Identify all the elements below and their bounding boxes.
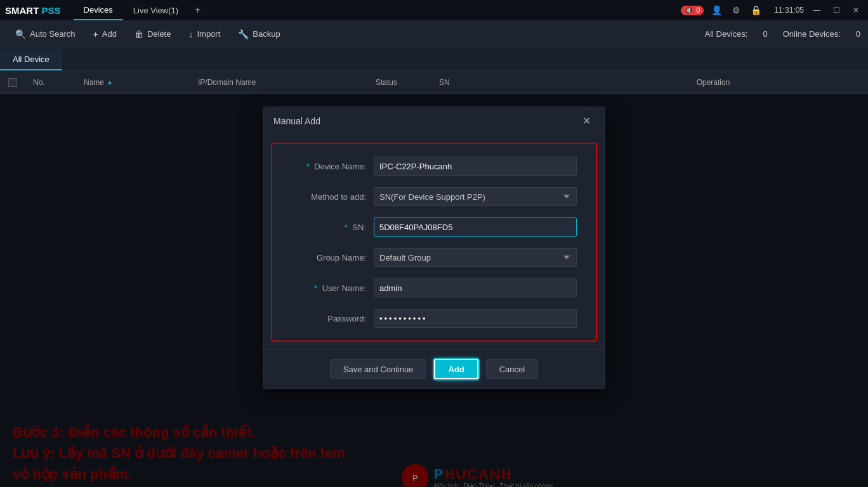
auto-search-button[interactable]: 🔍 Auto Search — [8, 25, 83, 43]
sort-arrow-name: ▲ — [107, 79, 113, 86]
method-row: Method to add: SN(For Device Support P2P… — [291, 187, 577, 206]
group-name-label: Group Name: — [291, 253, 374, 263]
backup-icon: 🔧 — [238, 29, 249, 39]
password-label: Password: — [291, 314, 374, 323]
col-sn: SN — [431, 78, 558, 87]
app-title: SMART PSS — [5, 5, 61, 16]
all-devices-count: 0 — [763, 29, 767, 39]
select-all-checkbox[interactable] — [0, 78, 25, 87]
checkbox-all[interactable] — [8, 78, 17, 87]
password-input[interactable] — [374, 309, 577, 328]
all-devices-label: All Devices: — [705, 29, 748, 39]
col-ip: IP/Domain Name — [190, 78, 317, 87]
device-counts: All Devices: 0 Online Devices: 0 — [705, 29, 860, 39]
speaker-icon: 🔇 — [685, 6, 694, 15]
add-label: Add — [102, 29, 117, 39]
time-display: 11:31:05 — [774, 6, 804, 15]
plus-icon: + — [93, 29, 98, 39]
maximize-button[interactable]: ☐ — [829, 4, 844, 16]
nav-tab-devices[interactable]: Devices — [74, 0, 123, 20]
table-header: No. Name ▲ IP/Domain Name Status SN Oper… — [0, 71, 868, 94]
nav-tab-liveview[interactable]: Live View(1) — [123, 0, 188, 20]
notification-badge[interactable]: 🔇 0 — [681, 6, 704, 15]
backup-button[interactable]: 🔧 Backup — [230, 25, 287, 43]
close-button[interactable]: ✕ — [849, 4, 863, 16]
notification-count: 0 — [696, 6, 700, 14]
titlebar-left: SMART PSS Devices Live View(1) + — [5, 0, 207, 20]
required-marker-user: * — [314, 283, 317, 293]
modal-close-button[interactable]: ✕ — [579, 114, 595, 128]
tab-all-device[interactable]: All Device — [0, 49, 62, 70]
backup-label: Backup — [253, 29, 280, 39]
username-label: * User Name: — [291, 283, 374, 293]
online-devices-label: Online Devices: — [783, 29, 841, 39]
import-label: Import — [197, 29, 220, 39]
modal-form-area: * Device Name: Method to add: SN(For Dev… — [271, 143, 597, 342]
shield-icon[interactable]: 🔒 — [748, 4, 764, 16]
toolbar: 🔍 Auto Search + Add 🗑 Delete ↓ Import 🔧 … — [0, 20, 868, 48]
settings-icon[interactable]: ⚙ — [730, 4, 743, 16]
col-status: Status — [368, 78, 431, 87]
device-name-row: * Device Name: — [291, 157, 577, 176]
titlebar-right: 🔇 0 👤 ⚙ 🔒 11:31:05 — ☐ ✕ — [681, 4, 863, 16]
delete-button[interactable]: 🗑 Delete — [127, 25, 179, 43]
app-title-pss: PSS — [39, 5, 60, 16]
required-marker-sn: * — [345, 223, 348, 232]
modal-footer: Save and Continue Add Cancel — [263, 349, 605, 388]
titlebar: SMART PSS Devices Live View(1) + 🔇 0 👤 ⚙… — [0, 0, 868, 20]
group-select[interactable]: Default Group — [374, 248, 577, 267]
manual-add-modal: Manual Add ✕ * Device Name: Method to ad… — [263, 107, 605, 389]
tabbar: All Device — [0, 48, 868, 71]
username-input[interactable] — [374, 278, 577, 297]
search-icon: 🔍 — [15, 29, 26, 39]
trash-icon: 🗑 — [135, 29, 143, 39]
device-name-input[interactable] — [374, 157, 577, 176]
add-confirm-button[interactable]: Add — [434, 359, 478, 379]
method-label: Method to add: — [291, 192, 374, 202]
required-marker: * — [306, 162, 310, 171]
col-operation: Operation — [558, 78, 868, 87]
save-continue-button[interactable]: Save and Continue — [330, 359, 427, 379]
app-title-smart: SMART — [5, 5, 39, 16]
delete-label: Delete — [147, 29, 171, 39]
modal-title: Manual Add — [273, 116, 320, 126]
col-no: No. — [25, 78, 76, 87]
group-name-row: Group Name: Default Group — [291, 248, 577, 267]
password-row: Password: — [291, 309, 577, 328]
modal-header: Manual Add ✕ — [263, 107, 605, 135]
sn-label: * SN: — [291, 223, 374, 232]
import-button[interactable]: ↓ Import — [181, 25, 228, 43]
minimize-button[interactable]: — — [809, 4, 824, 16]
method-select[interactable]: SN(For Device Support P2P) — [374, 187, 577, 206]
auto-search-label: Auto Search — [30, 29, 76, 39]
username-row: * User Name: — [291, 278, 577, 297]
col-name: Name ▲ — [76, 78, 190, 87]
nav-tab-plus[interactable]: + — [188, 1, 207, 20]
sn-row: * SN: — [291, 218, 577, 237]
main-content: Manual Add ✕ * Device Name: Method to ad… — [0, 94, 868, 487]
import-icon: ↓ — [188, 29, 193, 39]
device-name-label: * Device Name: — [291, 162, 374, 171]
cancel-button[interactable]: Cancel — [486, 359, 538, 379]
online-devices-count: 0 — [856, 29, 860, 39]
user-icon[interactable]: 👤 — [709, 4, 725, 16]
add-button[interactable]: + Add — [86, 25, 124, 43]
sn-input[interactable] — [374, 218, 577, 237]
